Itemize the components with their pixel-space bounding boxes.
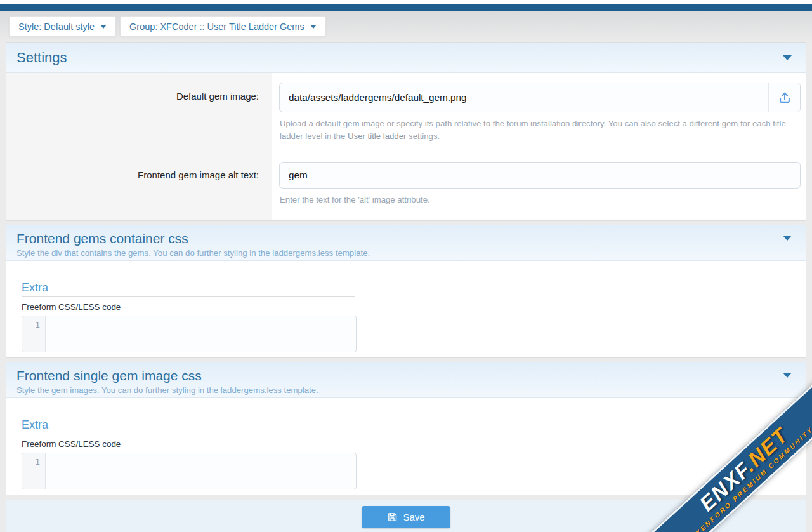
single-gem-css-title: Frontend single gem image css	[16, 367, 796, 385]
save-bar: Save	[6, 500, 806, 532]
top-nav-bar	[0, 4, 812, 11]
css-code-editor[interactable]: 1	[22, 316, 357, 352]
style-dropdown-label: Style: Default style	[18, 22, 95, 32]
gems-container-css-subtitle: Style the div that contains the gems. Yo…	[16, 248, 796, 258]
save-icon	[387, 512, 398, 522]
gems-container-css-section: Frontend gems container css Style the di…	[6, 225, 806, 357]
upload-icon	[778, 91, 792, 105]
settings-title: Settings	[16, 50, 796, 66]
divider	[22, 296, 355, 297]
default-gem-image-explain: Upload a default gem image or specify it…	[280, 117, 795, 143]
line-number: 1	[35, 320, 40, 329]
collapse-arrow-icon[interactable]	[783, 236, 792, 241]
gem-alt-text-label: Frontend gem image alt text:	[138, 170, 259, 180]
chevron-down-icon	[100, 25, 107, 29]
default-gem-image-input-group	[279, 83, 801, 112]
form-row-gem-alt-text: Frontend gem image alt text: Enter the t…	[6, 162, 806, 220]
freeform-css-label: Freeform CSS/LESS code	[22, 302, 806, 312]
divider	[22, 434, 355, 434]
gems-container-css-header[interactable]: Frontend gems container css Style the di…	[6, 225, 806, 261]
style-dropdown[interactable]: Style: Default style	[9, 16, 116, 37]
settings-section-header[interactable]: Settings	[6, 43, 806, 73]
line-number-gutter: 1	[22, 316, 46, 352]
chevron-down-icon	[310, 25, 317, 29]
gem-alt-text-explain: Enter the text for the 'alt' image attri…	[280, 194, 795, 206]
code-input-area[interactable]	[46, 453, 356, 489]
freeform-css-label: Freeform CSS/LESS code	[22, 439, 806, 449]
single-gem-css-subtitle: Style the gem images. You can do further…	[16, 385, 796, 396]
line-number: 1	[35, 457, 40, 467]
settings-form: Default gem image: Upload a default gem …	[6, 73, 806, 220]
save-button[interactable]: Save	[362, 506, 450, 528]
gems-container-css-title: Frontend gems container css	[16, 230, 796, 248]
extra-heading: Extra	[22, 281, 806, 294]
user-title-ladder-link[interactable]: User title ladder	[348, 131, 406, 141]
form-row-default-gem-image: Default gem image: Upload a default gem …	[6, 73, 806, 162]
settings-section: Settings Default gem image:	[6, 43, 806, 220]
extra-heading: Extra	[22, 418, 806, 431]
single-gem-css-header[interactable]: Frontend single gem image css Style the …	[6, 362, 806, 398]
top-white-strip	[0, 0, 812, 4]
toolbar: Style: Default style Group: XFCoder :: U…	[0, 11, 812, 43]
single-gem-css-section: Frontend single gem image css Style the …	[6, 362, 806, 495]
collapse-arrow-icon[interactable]	[783, 373, 792, 378]
group-dropdown[interactable]: Group: XFCoder :: User Title Ladder Gems	[120, 16, 326, 37]
collapse-arrow-icon[interactable]	[783, 55, 792, 60]
group-dropdown-label: Group: XFCoder :: User Title Ladder Gems	[129, 22, 304, 32]
line-number-gutter: 1	[22, 453, 46, 489]
css-code-editor[interactable]: 1	[22, 453, 357, 489]
save-button-label: Save	[403, 512, 424, 522]
upload-button[interactable]	[768, 83, 800, 112]
code-input-area[interactable]	[46, 316, 356, 352]
default-gem-image-input[interactable]	[280, 83, 768, 112]
gem-alt-text-input[interactable]	[279, 162, 801, 189]
default-gem-image-label: Default gem image:	[176, 91, 259, 102]
